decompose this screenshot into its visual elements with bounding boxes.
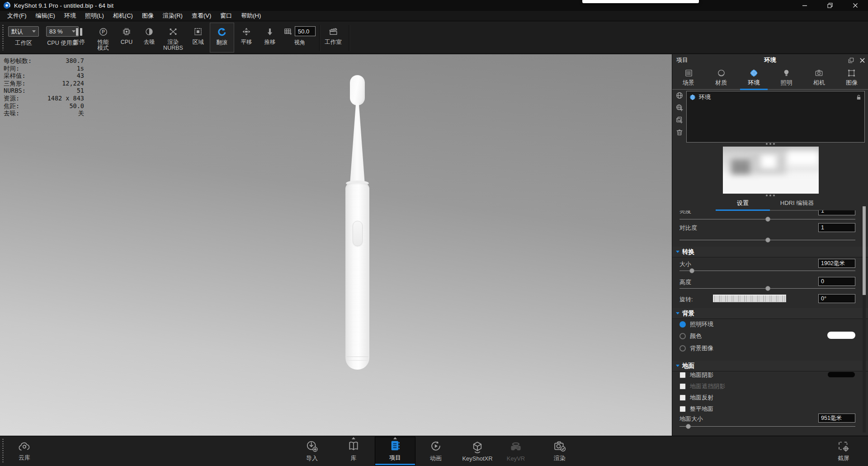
region-button[interactable]: 区域 — [186, 23, 210, 52]
performance-mode-button[interactable]: P 性能模式 — [91, 23, 115, 52]
rotation-input[interactable]: 0° — [818, 294, 855, 303]
pause-button[interactable]: 暂停 — [67, 23, 91, 52]
xr-cube-icon — [471, 441, 484, 453]
bg-option-image[interactable]: 背景图像 — [679, 344, 713, 352]
section-ground[interactable]: 地面 — [672, 361, 868, 371]
splitter-handle[interactable] — [672, 143, 868, 145]
render-stats-overlay: 每秒帧数:380.7 时间:1s 采样值:43 三角形:12,224 NURBS… — [4, 57, 84, 117]
ground-reflection-option[interactable]: 地面反射 — [679, 394, 713, 402]
bg-option-lighting[interactable]: 照明环境 — [679, 320, 713, 328]
splitter-handle[interactable] — [672, 195, 868, 196]
menu-image[interactable]: 图像 — [137, 10, 158, 21]
add-environment-icon[interactable] — [675, 104, 684, 112]
nurbs-icon — [169, 26, 178, 37]
studio-button[interactable]: 工作室 — [321, 23, 345, 52]
checkbox-icon[interactable] — [679, 372, 686, 378]
brightness-input[interactable]: 1 — [818, 210, 855, 215]
background-color-swatch[interactable] — [827, 332, 855, 339]
project-button[interactable]: 项目 — [375, 437, 415, 465]
height-input[interactable]: 0 — [818, 277, 855, 286]
tab-camera[interactable]: 相机 — [803, 66, 835, 89]
ground-occlusion-label: 地面遮挡阴影 — [690, 382, 725, 390]
dolly-button[interactable]: 推移 — [258, 23, 282, 52]
section-background[interactable]: 背景 — [672, 308, 868, 319]
close-button[interactable] — [843, 0, 868, 11]
screenshot-button[interactable]: 截屏 — [824, 437, 863, 465]
height-slider[interactable] — [679, 286, 855, 291]
checkbox-icon[interactable] — [679, 406, 686, 412]
minimize-button[interactable] — [792, 0, 817, 11]
lock-icon[interactable] — [856, 94, 862, 100]
ground-size-input[interactable]: 951毫米 — [818, 414, 855, 423]
fov-input[interactable]: 50.0 — [295, 26, 316, 36]
checkbox-icon[interactable] — [679, 395, 686, 401]
duplicate-environment-icon[interactable] — [675, 116, 684, 124]
size-input[interactable]: 1902毫米 — [818, 259, 855, 268]
ground-size-slider[interactable] — [679, 424, 855, 429]
menu-file[interactable]: 文件(F) — [3, 10, 31, 21]
library-button[interactable]: 库 — [334, 437, 373, 465]
tumble-button[interactable]: 翻滚 — [210, 23, 234, 52]
import-button[interactable]: 导入 — [292, 437, 332, 465]
stat-triangles-value: 12,224 — [62, 80, 84, 87]
close-panel-icon[interactable] — [859, 57, 865, 63]
checkbox-icon[interactable] — [679, 383, 686, 390]
cpu-mode-button[interactable]: CPU — [114, 23, 139, 52]
radio-icon[interactable] — [679, 333, 686, 339]
menu-window[interactable]: 窗口 — [216, 10, 236, 21]
bottombar-drag-handle[interactable] — [2, 439, 4, 463]
scrollbar-thumb[interactable] — [863, 206, 866, 295]
section-transform[interactable]: 转换 — [672, 247, 868, 257]
fov-label: 视角 — [294, 39, 306, 47]
undock-panel-icon[interactable] — [848, 57, 854, 63]
hdri-thumbnail[interactable] — [723, 147, 819, 194]
radio-selected-icon[interactable] — [679, 321, 686, 328]
render-nurbs-button[interactable]: 渲染 NURBS — [161, 23, 185, 52]
tab-material[interactable]: 材质 — [705, 66, 737, 89]
render-button[interactable]: 渲染 — [540, 437, 580, 465]
menu-lighting[interactable]: 照明(L) — [80, 10, 108, 21]
menu-camera[interactable]: 相机(C) — [108, 10, 137, 21]
menu-environment[interactable]: 环境 — [60, 10, 80, 21]
realtime-viewport[interactable]: 每秒帧数:380.7 时间:1s 采样值:43 三角形:12,224 NURBS… — [0, 54, 672, 436]
stat-focal-value: 50.0 — [69, 102, 84, 110]
bg-option-color[interactable]: 颜色 — [679, 332, 702, 340]
keyshotxr-button[interactable]: KeyShotXR — [456, 437, 499, 465]
tab-scene[interactable]: 场景 — [672, 66, 705, 89]
ground-shadow-option[interactable]: 地面阴影 — [679, 371, 713, 379]
tab-lighting[interactable]: 照明 — [770, 66, 803, 89]
toolbar-drag-handle[interactable] — [2, 25, 4, 50]
rotation-dial[interactable] — [713, 295, 786, 302]
subtab-hdri-editor[interactable]: HDRI 编辑器 — [770, 199, 824, 211]
menu-render[interactable]: 渲染(R) — [158, 10, 187, 21]
menu-edit[interactable]: 编辑(E) — [31, 10, 60, 21]
workspace-dropdown[interactable]: 默认 — [8, 26, 39, 37]
workspace-selector[interactable]: 默认 工作区 — [7, 23, 40, 47]
tab-environment[interactable]: 环境 — [737, 66, 770, 89]
panel-scrollbar[interactable] — [863, 206, 866, 433]
animation-button[interactable]: 动画 — [416, 437, 456, 465]
menu-view[interactable]: 查看(V) — [187, 10, 216, 21]
menu-help[interactable]: 帮助(H) — [236, 10, 265, 21]
denoise-button[interactable]: 去噪 — [137, 23, 161, 52]
radio-icon[interactable] — [679, 345, 686, 352]
environment-icon[interactable] — [675, 91, 684, 100]
size-slider[interactable] — [679, 268, 855, 273]
environment-list-item[interactable]: 环境 — [687, 91, 864, 103]
import-label: 导入 — [306, 454, 318, 462]
ground-occlusion-option[interactable]: 地面遮挡阴影 — [679, 382, 725, 390]
cloud-library-button[interactable]: 云库 — [5, 437, 44, 465]
restore-button[interactable] — [817, 0, 843, 11]
contrast-slider[interactable] — [679, 238, 855, 243]
subtab-settings[interactable]: 设置 — [716, 199, 770, 211]
keyvr-button[interactable]: KeyVR — [496, 437, 536, 465]
pan-button[interactable]: 平移 — [234, 23, 259, 52]
delete-environment-icon[interactable] — [675, 128, 684, 136]
tab-image[interactable]: 图像 — [835, 66, 868, 89]
brightness-slider[interactable] — [679, 217, 855, 222]
material-sphere-icon — [717, 69, 726, 77]
flatten-ground-option[interactable]: 整平地面 — [679, 405, 713, 413]
contrast-input[interactable]: 1 — [818, 223, 855, 232]
toothbrush-power-button — [353, 221, 363, 246]
ground-shadow-color-swatch[interactable] — [827, 371, 855, 378]
